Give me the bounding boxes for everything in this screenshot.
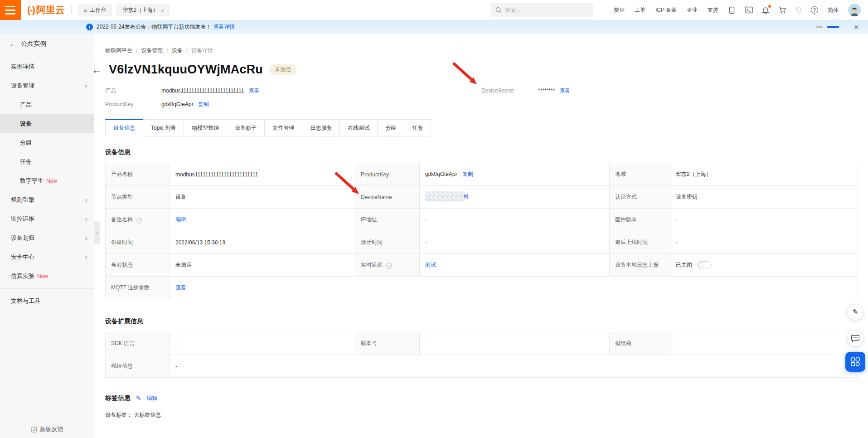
tag-section-header: 标签信息 ✎ 编辑 <box>105 394 858 402</box>
help-icon[interactable]: ? <box>811 6 818 14</box>
workbench-button[interactable]: ⌂ 工作台 <box>78 4 112 16</box>
table-row: SDK 语言 - 版本号 - 模组商 - <box>106 332 858 355</box>
section-title-device-info: 设备信息 <box>105 148 858 156</box>
question-icon[interactable]: ? <box>386 263 392 269</box>
sidebar-item-devices[interactable]: 设备 <box>0 114 94 133</box>
aliyun-logo-mark: (-) <box>27 4 34 16</box>
label-node-type: 节点类型 <box>106 186 170 209</box>
value-region: 华东2（上海） <box>670 163 858 186</box>
sidebar-menu: 实例详情 设备管理 ∧ 产品 设备 分组 任务 <box>0 54 94 311</box>
sidebar-item-simulation[interactable]: 仿真实验 New <box>0 267 94 286</box>
pencil-icon: ✎ <box>853 308 858 316</box>
value-firmware-version: - <box>670 209 858 231</box>
label-module-info: 模组信息 <box>106 355 170 378</box>
question-icon[interactable]: ? <box>136 218 142 224</box>
tab-device-info[interactable]: 设备信息 <box>105 119 143 136</box>
realtime-latency-text: 实时延迟 <box>361 262 383 268</box>
tab-tasks[interactable]: 任务 <box>404 119 431 136</box>
sidebar-item-security-center[interactable]: 安全中心 ∨ <box>0 248 94 267</box>
sidebar-item-products[interactable]: 产品 <box>0 95 94 114</box>
sidebar-item-docs-tools[interactable]: 文档与工具 <box>0 292 94 311</box>
cart-icon[interactable] <box>778 6 786 14</box>
nav-support[interactable]: 支持 <box>708 6 718 14</box>
sidebar-item-device-management[interactable]: 设备管理 ∧ <box>0 76 94 95</box>
sidebar-back-button[interactable]: ← 公共实例 <box>0 34 94 54</box>
region-label: 华东2（上海） <box>122 6 158 14</box>
devicesecret-value: ******** <box>538 88 555 94</box>
breadcrumb-iot-platform[interactable]: 物联网平台 <box>105 47 132 54</box>
tab-groups[interactable]: 分组 <box>377 119 404 136</box>
lightbulb-icon[interactable] <box>795 6 802 14</box>
sidebar-item-instance-details[interactable]: 实例详情 <box>0 57 94 76</box>
sidebar-item-rules-engine[interactable]: 规则引擎 ∨ <box>0 190 94 209</box>
section-title-device-ext: 设备扩展信息 <box>105 317 858 326</box>
copy-link[interactable]: 复制 <box>462 171 473 177</box>
tab-log-service[interactable]: 日志服务 <box>302 119 340 136</box>
local-log-toggle[interactable] <box>697 261 712 268</box>
banner-indicator-inactive[interactable] <box>815 26 823 28</box>
feedback-pencil-fab[interactable]: ✎ <box>847 304 863 320</box>
back-arrow-icon[interactable]: ← <box>94 64 102 75</box>
nav-icp[interactable]: ICP 备案 <box>655 6 677 14</box>
language-selector[interactable]: 简体 <box>828 6 839 14</box>
feedback-button[interactable]: 新版反馈 <box>0 425 94 433</box>
sidebar-item-tasks[interactable]: 任务 <box>0 152 94 171</box>
global-search[interactable] <box>491 3 593 17</box>
value-ip-address: - <box>420 209 610 231</box>
productkey-copy-link[interactable]: 复制 <box>198 101 209 108</box>
terminal-icon[interactable] <box>745 6 753 14</box>
sidebar-item-digital-twin[interactable]: 数字孪生 New <box>0 171 94 190</box>
devicesecret-field: DeviceSecret ******** 查看 <box>481 84 570 97</box>
sidebar-item-groups[interactable]: 分组 <box>0 133 94 152</box>
value-module-vendor: - <box>670 332 858 355</box>
sidebar: ← 公共实例 实例详情 设备管理 ∧ 产品 设备 分组 <box>0 34 94 438</box>
aliyun-logo[interactable]: (-) 阿里云 <box>27 4 65 16</box>
device-tags-label: 设备标签： <box>105 412 132 418</box>
value-last-online-time: - <box>670 231 858 254</box>
breadcrumb: 物联网平台 / 设备管理 / 设备 / 设备详情 <box>105 47 858 54</box>
breadcrumb-separator: / <box>166 48 168 54</box>
page-title: V6lzVN1kquuOYWjMAcRu <box>109 63 263 77</box>
sidebar-item-device-assignment[interactable]: 设备划归 ∨ <box>0 229 94 248</box>
app-icon[interactable] <box>728 6 736 14</box>
label-mqtt-params: MQTT 连接参数 <box>106 277 170 299</box>
nav-billing[interactable]: 费用 <box>614 6 625 14</box>
banner-indicator-active[interactable] <box>827 26 839 28</box>
label-version: 版本号 <box>355 332 420 355</box>
table-row: 产品名称 modbus111111111111111111111111 Prod… <box>106 163 858 186</box>
pencil-icon[interactable]: ✎ <box>136 394 141 402</box>
sidebar-item-monitoring-ops[interactable]: 监控运维 ∨ <box>0 209 94 229</box>
nav-enterprise[interactable]: 企业 <box>687 6 698 14</box>
sidebar-collapse-handle[interactable]: ‹ <box>94 221 100 244</box>
edit-link[interactable]: 编辑 <box>175 216 186 223</box>
tab-tsl-data[interactable]: 物模型数据 <box>184 119 227 136</box>
notification-bell-icon[interactable] <box>762 6 769 14</box>
announcement-details-link[interactable]: 查看详情 <box>213 23 235 31</box>
tab-device-shadow[interactable]: 设备影子 <box>227 119 265 136</box>
tag-edit-link[interactable]: 编辑 <box>147 394 158 402</box>
region-selector[interactable]: 华东2（上海） ∨ <box>116 4 170 16</box>
view-link[interactable]: 查看 <box>175 284 186 291</box>
nav-tickets[interactable]: 工单 <box>635 6 645 14</box>
tab-file-management[interactable]: 文件管理 <box>264 119 302 136</box>
chat-fab[interactable] <box>847 330 863 346</box>
tab-topic-list[interactable]: Topic 列表 <box>143 119 184 136</box>
announcement-text: 2022-05-24发布公告：物联网平台新功能发布！ <box>97 23 211 31</box>
hamburger-menu-icon[interactable] <box>0 0 21 20</box>
search-input[interactable] <box>505 7 582 13</box>
sidebar-back-label: 公共实例 <box>21 40 46 48</box>
product-view-link[interactable]: 查看 <box>248 87 259 95</box>
chat-bubble-icon <box>851 335 859 342</box>
devicesecret-view-link[interactable]: 查看 <box>559 87 570 95</box>
toggle-knob <box>698 262 703 268</box>
feedback-icon <box>31 427 37 433</box>
user-avatar[interactable] <box>848 4 861 16</box>
breadcrumb-device-management[interactable]: 设备管理 <box>141 47 163 54</box>
breadcrumb-devices[interactable]: 设备 <box>172 47 183 54</box>
test-link[interactable]: 测试 <box>425 262 436 268</box>
tab-online-debug[interactable]: 在线调试 <box>339 119 378 136</box>
close-icon[interactable]: ✕ <box>853 24 859 31</box>
widgets-fab[interactable] <box>845 352 865 372</box>
search-icon <box>495 7 502 13</box>
label-local-log-report: 设备本地日志上报 <box>610 254 670 277</box>
